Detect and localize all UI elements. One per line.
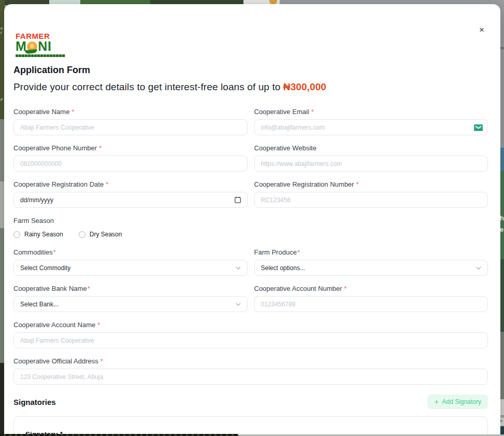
- required-asterisk: *: [88, 285, 90, 292]
- rainy-season-radio[interactable]: Rainy Season: [13, 231, 63, 238]
- field-farm-season: Farm Season Rainy Season Dry Season: [13, 217, 488, 248]
- field-label: Cooperative Phone Number*: [13, 144, 248, 152]
- required-asterisk: *: [99, 144, 102, 152]
- page-title: Application Form: [13, 65, 488, 76]
- radio-label: Dry Season: [90, 231, 122, 238]
- add-signatory-button[interactable]: + Add Signatory: [427, 395, 488, 409]
- signatory-card: Signatory 1: [13, 416, 488, 436]
- field-account-number: Cooperative Account Number*: [254, 285, 488, 312]
- bank-name-select[interactable]: Select Bank...: [13, 296, 248, 312]
- background-edge-right: ro: [500, 0, 504, 148]
- label-text: Cooperative Name: [13, 108, 69, 116]
- select-value: Select Commodity: [20, 264, 70, 272]
- label-text: Cooperative Account Number: [254, 285, 342, 292]
- cooperative-email-input[interactable]: [254, 119, 488, 135]
- radio-icon[interactable]: [79, 231, 85, 238]
- field-label: Cooperative Account Number*: [254, 285, 488, 292]
- date-value: dd/mm/yyyy: [20, 196, 53, 204]
- signatories-header: Signatories + Add Signatory: [13, 395, 488, 409]
- label-text: Cooperative Registration Number: [254, 180, 354, 188]
- label-text: Cooperative Account Name: [13, 321, 95, 329]
- logo-letters: NI: [38, 40, 51, 53]
- form-subtitle: Provide your correct details to get inte…: [13, 81, 488, 93]
- field-label: Cooperative Account Name*: [13, 321, 488, 329]
- plus-icon: +: [434, 399, 438, 405]
- farmermoni-logo: FARMER MNI: [16, 32, 65, 57]
- required-asterisk: *: [71, 108, 74, 116]
- calendar-icon[interactable]: [235, 196, 241, 203]
- field-label: Farm Season: [13, 217, 488, 224]
- background-bottom-dashed-strip: [0, 434, 238, 436]
- background-text-fragment: e: [500, 224, 504, 235]
- field-label: Cooperative Email*: [254, 108, 488, 116]
- background-text-fragment: co: [500, 414, 504, 418]
- label-text: Cooperative Bank Name: [13, 285, 87, 292]
- background-edge-right: co b: [500, 399, 504, 426]
- label-text: Cooperative Email: [254, 108, 309, 116]
- application-form: Cooperative Name* Cooperative Email* Coo…: [13, 108, 488, 436]
- farm-produce-select[interactable]: Select options...: [254, 260, 488, 276]
- field-cooperative-website: Cooperative Website: [254, 144, 488, 172]
- radio-icon[interactable]: [13, 231, 20, 238]
- field-official-address: Cooperative Official Address*: [13, 357, 488, 385]
- required-asterisk: *: [356, 180, 358, 188]
- field-label: Commodities*: [13, 248, 248, 256]
- required-asterisk: *: [311, 108, 314, 116]
- chevron-down-icon: [236, 303, 241, 306]
- background-text-fragment: h: [500, 213, 504, 224]
- label-text: Farm Produce: [254, 248, 297, 256]
- logo-word-moni: MNI: [16, 40, 65, 53]
- background-text-fragment: b: [500, 418, 504, 423]
- required-asterisk: *: [53, 248, 56, 256]
- field-registration-number: Cooperative Registration Number*: [254, 180, 488, 208]
- add-signatory-label: Add Signatory: [442, 398, 481, 405]
- select-value: Select Bank...: [20, 301, 59, 308]
- dry-season-radio[interactable]: Dry Season: [79, 231, 122, 238]
- background-edge-right: [500, 148, 504, 171]
- field-cooperative-name: Cooperative Name*: [13, 108, 248, 135]
- field-farm-produce: Farm Produce* Select options...: [254, 248, 488, 276]
- field-registration-date: Cooperative Registration Date* dd/mm/yyy…: [13, 180, 248, 208]
- cooperative-phone-input[interactable]: [13, 156, 248, 172]
- field-label: Farm Produce*: [254, 248, 488, 256]
- official-address-input[interactable]: [13, 369, 488, 385]
- signatories-heading: Signatories: [13, 398, 56, 406]
- field-label: Cooperative Website: [254, 144, 488, 152]
- label-text: Cooperative Phone Number: [13, 144, 97, 152]
- account-number-input[interactable]: [254, 296, 488, 312]
- registration-number-input[interactable]: [254, 192, 488, 208]
- required-asterisk: *: [106, 180, 108, 188]
- field-label: Cooperative Registration Date*: [13, 180, 248, 188]
- envelope-icon: [474, 124, 483, 131]
- field-label: Cooperative Registration Number*: [254, 180, 488, 188]
- field-cooperative-email: Cooperative Email*: [254, 108, 488, 135]
- registration-date-input[interactable]: dd/mm/yyyy: [13, 192, 248, 208]
- subtitle-text: Provide your correct details to get inte…: [13, 81, 283, 92]
- application-form-modal: × FARMER MNI Application Form Provide yo…: [4, 4, 500, 436]
- required-asterisk: *: [100, 357, 103, 365]
- field-label: Cooperative Name*: [13, 108, 248, 116]
- farm-season-options: Rainy Season Dry Season: [13, 231, 488, 238]
- field-bank-name: Cooperative Bank Name* Select Bank...: [13, 285, 248, 312]
- label-text: Cooperative Official Address: [13, 357, 98, 365]
- field-label: Cooperative Official Address*: [13, 357, 488, 365]
- required-asterisk: *: [344, 285, 347, 292]
- cooperative-website-input[interactable]: [254, 156, 488, 172]
- account-name-input[interactable]: [13, 332, 488, 348]
- label-text: Farm Season: [13, 217, 54, 224]
- required-asterisk: *: [297, 248, 300, 256]
- background-text-fragment: ro: [500, 46, 504, 50]
- required-asterisk: *: [97, 321, 100, 329]
- select-value: Select options...: [261, 264, 305, 272]
- logo-tagline-banner: [16, 54, 65, 57]
- commodities-select[interactable]: Select Commodity: [13, 260, 248, 276]
- loan-amount: ₦300,000: [283, 81, 326, 92]
- label-text: Cooperative Website: [254, 144, 316, 152]
- background-edge-right: h e: [500, 171, 504, 259]
- field-account-name: Cooperative Account Name*: [13, 321, 488, 348]
- close-icon[interactable]: ×: [477, 25, 487, 35]
- field-cooperative-phone: Cooperative Phone Number*: [13, 144, 248, 172]
- cooperative-name-input[interactable]: [13, 119, 248, 135]
- background-edge-right: [500, 259, 504, 332]
- label-text: Cooperative Registration Date: [13, 180, 104, 188]
